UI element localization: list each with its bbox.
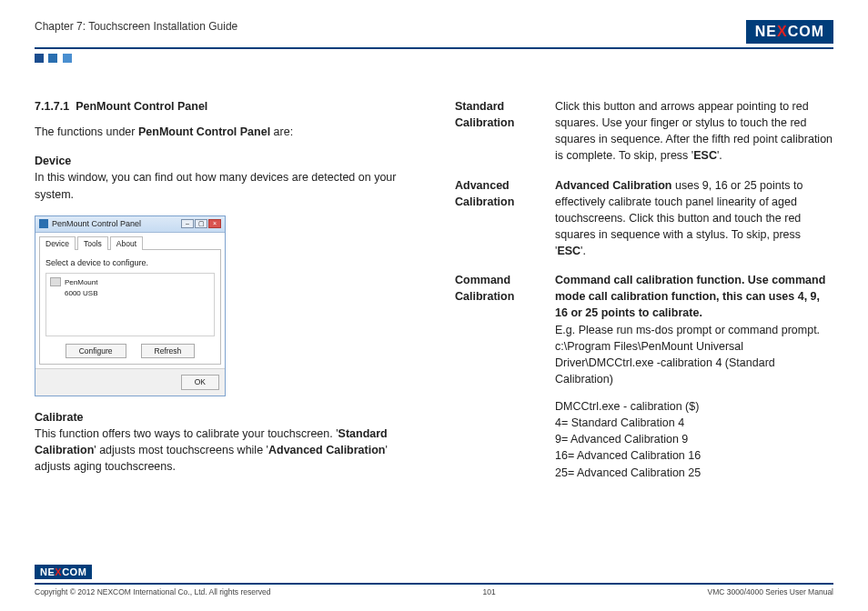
tab-bar: Device Tools About <box>39 236 221 250</box>
square-icon <box>48 54 57 63</box>
std-esc: ESC <box>693 149 717 162</box>
footer-logo: NEXCOM <box>35 565 92 579</box>
app-icon <box>39 219 48 228</box>
window-buttons: – ▢ × <box>181 219 221 228</box>
footer-rule <box>35 583 833 585</box>
adv-esc: ESC <box>557 245 580 257</box>
calibrate-heading: Calibrate <box>35 409 413 426</box>
device-name: PenMount <box>65 278 97 286</box>
tab-device[interactable]: Device <box>39 236 76 250</box>
minimize-icon[interactable]: – <box>181 219 194 228</box>
adv-bold: Advanced Calibration <box>555 179 672 192</box>
footer-row: Copyright © 2012 NEXCOM International Co… <box>35 587 833 596</box>
page-number: 101 <box>482 587 495 596</box>
right-column: Standard Calibration Click this button a… <box>455 98 833 487</box>
adv-post: '. <box>580 245 586 257</box>
term-standard: Standard Calibration <box>455 98 539 165</box>
device-text: In this window, you can find out how man… <box>35 169 413 202</box>
logo-text-pre: NE <box>755 24 777 39</box>
intro-paragraph: The functions under PenMount Control Pan… <box>35 124 413 140</box>
logo-text-post: COM <box>788 24 824 39</box>
cmd-eg2: c:\Program Files\PenMount Universal Driv… <box>555 338 833 387</box>
device-icon <box>50 277 61 286</box>
footer-logo-x: X <box>55 566 62 577</box>
calibration-options: DMCCtrl.exe - calibration ($) 4= Standar… <box>555 398 833 481</box>
std-post: '. <box>717 149 722 162</box>
opt-16: 16= Advanced Calibration 16 <box>555 447 833 464</box>
penmount-window: PenMount Control Panel – ▢ × Device Tool… <box>35 215 226 396</box>
copyright-text: Copyright © 2012 NEXCOM International Co… <box>35 587 271 596</box>
section-title: PenMount Control Panel <box>76 100 207 113</box>
opt-head: DMCCtrl.exe - calibration ($) <box>555 398 833 415</box>
cal-mid: ' adjusts most touchscreens while ' <box>94 444 268 456</box>
device-sub: 6000 USB <box>65 289 97 297</box>
select-label: Select a device to configure. <box>45 257 215 269</box>
opt-9: 9= Advanced Calibration 9 <box>555 431 833 447</box>
cmd-eg1: E.g. Please run ms-dos prompt or command… <box>555 322 833 338</box>
def-standard: Click this button and arrows appear poin… <box>555 98 833 165</box>
manual-name: VMC 3000/4000 Series User Manual <box>708 587 833 596</box>
list-item[interactable]: PenMount 6000 USB <box>50 277 210 298</box>
square-icon <box>35 54 44 63</box>
logo-text-x: X <box>777 24 788 39</box>
definition-list: Standard Calibration Click this button a… <box>455 98 833 481</box>
page-header: Chapter 7: Touchscreen Installation Guid… <box>35 20 833 44</box>
page-content: 7.1.7.1 PenMount Control Panel The funct… <box>35 98 833 487</box>
intro-pre: The functions under <box>35 125 138 138</box>
configure-button[interactable]: Configure <box>66 344 126 358</box>
ok-button[interactable]: OK <box>181 375 219 389</box>
refresh-button[interactable]: Refresh <box>141 344 196 358</box>
cal-adv: Advanced Calibration <box>268 444 386 456</box>
section-heading: 7.1.7.1 PenMount Control Panel <box>35 98 413 115</box>
window-body: Device Tools About Select a device to co… <box>35 233 225 369</box>
square-icon <box>63 54 72 63</box>
term-command: Command Calibration <box>455 272 539 481</box>
intro-post: are: <box>270 125 293 138</box>
device-section: Device In this window, you can find out … <box>35 153 413 202</box>
device-heading: Device <box>35 153 413 169</box>
def-command: Command call calibration function. Use c… <box>555 272 833 481</box>
footer-logo-post: COM <box>62 566 86 577</box>
calibrate-text: This function offers two ways to calibra… <box>35 426 413 475</box>
opt-4: 4= Standard Calibration 4 <box>555 415 833 431</box>
cal-pre: This function offers two ways to calibra… <box>35 427 338 440</box>
tab-about[interactable]: About <box>110 236 143 250</box>
tab-tools[interactable]: Tools <box>77 236 108 250</box>
intro-bold: PenMount Control Panel <box>138 125 270 138</box>
ok-row: OK <box>35 368 225 395</box>
page-footer: NEXCOM Copyright © 2012 NEXCOM Internati… <box>35 565 833 596</box>
decorative-squares <box>35 53 833 65</box>
term-advanced: Advanced Calibration <box>455 177 539 260</box>
maximize-icon[interactable]: ▢ <box>195 219 207 228</box>
device-label: PenMount 6000 USB <box>65 277 97 298</box>
opt-25: 25= Advanced Calibration 25 <box>555 465 833 481</box>
device-list: PenMount 6000 USB <box>45 273 215 336</box>
titlebar-left: PenMount Control Panel <box>39 218 141 230</box>
close-icon[interactable]: × <box>208 219 221 228</box>
brand-logo: NEXCOM <box>746 20 833 44</box>
footer-logo-pre: NE <box>40 566 55 577</box>
section-number: 7.1.7.1 <box>35 100 69 113</box>
calibrate-section: Calibrate This function offers two ways … <box>35 409 413 476</box>
tab-pane: Select a device to configure. PenMount 6… <box>39 250 221 365</box>
cmd-bold: Command call calibration function. Use c… <box>555 274 825 319</box>
left-column: 7.1.7.1 PenMount Control Panel The funct… <box>35 98 413 487</box>
button-row: Configure Refresh <box>45 344 215 358</box>
window-title: PenMount Control Panel <box>52 218 141 230</box>
window-titlebar: PenMount Control Panel – ▢ × <box>35 216 225 233</box>
def-advanced: Advanced Calibration uses 9, 16 or 25 po… <box>555 177 833 260</box>
chapter-label: Chapter 7: Touchscreen Installation Guid… <box>35 20 237 33</box>
header-rule <box>35 47 833 49</box>
